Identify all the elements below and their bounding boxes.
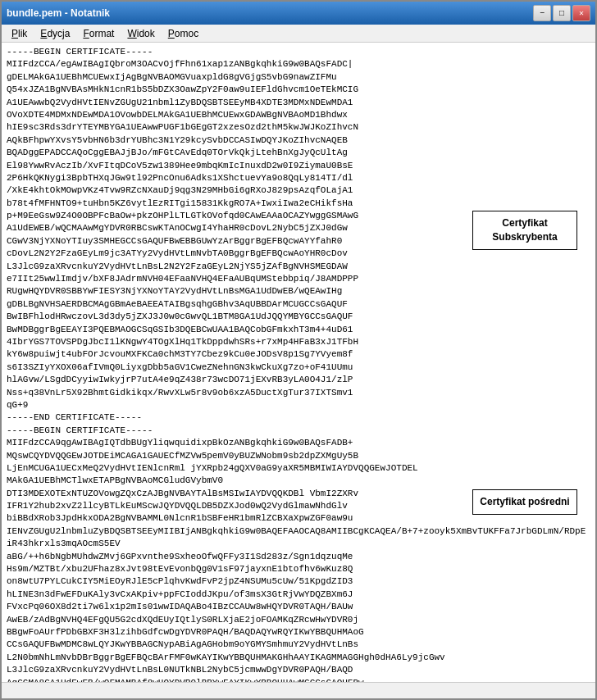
menu-edycja[interactable]: Edycja	[34, 25, 76, 42]
title-bar: bundle.pem - Notatnik − □ ✕	[2, 2, 595, 25]
menu-pomoc[interactable]: Pomoc	[162, 25, 205, 42]
menu-bar: Plik Edycja Format Widok Pomoc	[2, 25, 595, 43]
content-area: -----BEGIN CERTIFICATE----- MIIFdzCCA/eg…	[2, 43, 595, 682]
menu-pomoc-label: Pomoc	[168, 28, 198, 39]
main-window: bundle.pem - Notatnik − □ ✕ Plik Edycja …	[0, 0, 597, 700]
menu-widok-label: Widok	[127, 28, 154, 39]
minimize-button[interactable]: −	[533, 5, 551, 21]
menu-format-label: Format	[83, 28, 114, 39]
title-bar-buttons: − □ ✕	[533, 5, 590, 21]
text-editor[interactable]: -----BEGIN CERTIFICATE----- MIIFdzCCA/eg…	[2, 43, 595, 682]
close-button[interactable]: ✕	[572, 5, 590, 21]
window-title: bundle.pem - Notatnik	[7, 7, 110, 19]
menu-widok[interactable]: Widok	[121, 25, 161, 42]
menu-format[interactable]: Format	[76, 25, 121, 42]
maximize-button[interactable]: □	[553, 5, 571, 21]
status-bar	[2, 682, 595, 698]
menu-edycja-label: Edycja	[40, 28, 70, 39]
menu-plik-label: Plik	[11, 28, 27, 39]
menu-plik[interactable]: Plik	[5, 25, 34, 42]
